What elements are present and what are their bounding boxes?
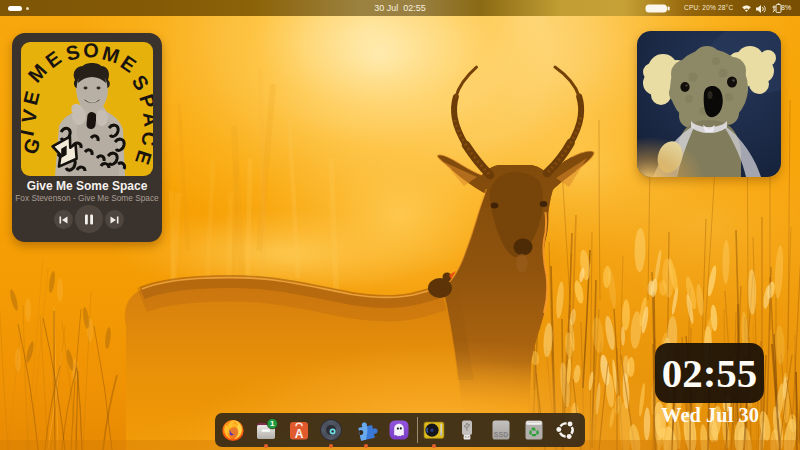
svg-text:1: 1 [270,419,275,428]
svg-text:O: O [83,42,99,62]
svg-text:C: C [138,131,153,148]
svg-text:SSD: SSD [493,431,507,438]
svg-text:A: A [295,427,304,441]
svg-text:A: A [139,111,153,128]
